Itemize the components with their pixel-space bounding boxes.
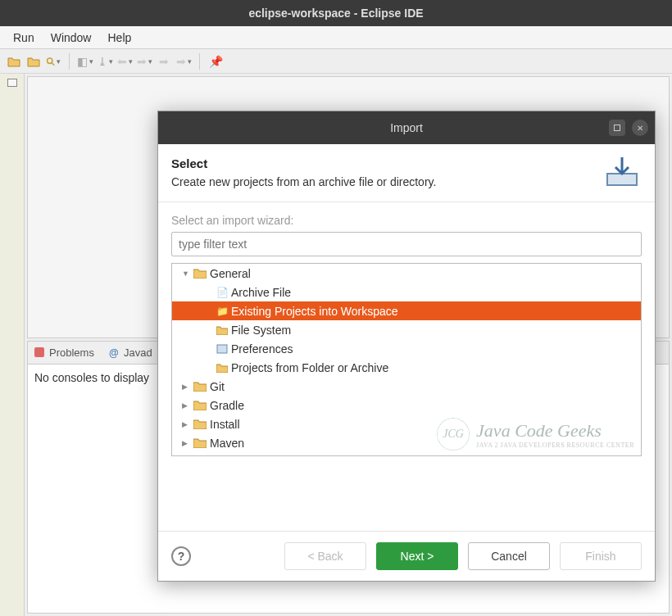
tree-label-general: General xyxy=(210,267,251,280)
toolbar-divider xyxy=(69,53,70,70)
tree-node-general[interactable]: ▼ General xyxy=(172,264,641,283)
javadoc-icon: @ xyxy=(109,347,120,359)
nav-icon[interactable]: ⤓ xyxy=(98,54,112,69)
tree-label-projectsfolder: Projects from Folder or Archive xyxy=(231,361,388,374)
dialog-close-button[interactable]: ✕ xyxy=(632,120,648,136)
problems-icon xyxy=(34,347,46,359)
tree-node-maven[interactable]: ▶ Maven xyxy=(172,433,641,452)
chevron-right-icon: ▶ xyxy=(182,439,190,447)
tree-label-archive: Archive File xyxy=(231,286,291,299)
folder-icon xyxy=(193,381,207,392)
tab-javadoc[interactable]: @ Javad xyxy=(106,345,156,360)
svg-point-0 xyxy=(48,58,52,63)
tree-node-projects-folder[interactable]: Projects from Folder or Archive xyxy=(172,358,641,377)
chevron-right-icon: ▶ xyxy=(182,420,190,428)
back-button[interactable]: < Back xyxy=(284,542,366,570)
archive-file-icon: 📄 xyxy=(216,287,228,298)
window-titlebar: eclipse-workspace - Eclipse IDE xyxy=(0,0,672,26)
open-folder-icon[interactable] xyxy=(7,54,21,69)
menu-window[interactable]: Window xyxy=(43,28,100,48)
chevron-right-icon: ▶ xyxy=(182,401,190,410)
file-system-icon xyxy=(216,324,228,336)
tree-label-existing: Existing Projects into Workspace xyxy=(231,305,398,318)
filter-input[interactable] xyxy=(171,232,642,256)
tab-javadoc-label: Javad xyxy=(124,346,152,359)
pin-icon[interactable]: 📌 xyxy=(208,54,223,69)
tree-node-gradle[interactable]: ▶ Gradle xyxy=(172,396,641,414)
tree-label-git: Git xyxy=(210,380,225,393)
tree-label-filesystem: File System xyxy=(231,324,291,337)
tree-node-existing-projects[interactable]: 📁 Existing Projects into Workspace xyxy=(172,301,641,320)
console-text: No consoles to display xyxy=(34,371,149,384)
chevron-down-icon: ▼ xyxy=(182,270,190,278)
svg-rect-3 xyxy=(217,345,227,353)
nav-back-icon[interactable]: ⬅ xyxy=(117,54,132,69)
help-button[interactable]: ? xyxy=(171,546,191,566)
tree-node-preferences[interactable]: Preferences xyxy=(172,339,641,358)
folder-icon xyxy=(193,268,207,279)
nav-forward2-icon[interactable]: ➡ xyxy=(157,54,171,69)
toolbar-divider-2 xyxy=(199,53,200,70)
dialog-titlebar: Import ✕ xyxy=(158,111,655,144)
import-dialog: Import ✕ Select Create new projects from… xyxy=(157,111,656,582)
folder-icon xyxy=(193,437,207,448)
tab-problems-label: Problems xyxy=(49,346,94,359)
tab-problems[interactable]: Problems xyxy=(31,345,98,360)
toggle-icon[interactable]: ◧ xyxy=(78,54,93,69)
dialog-maximize-button[interactable] xyxy=(609,120,625,136)
tree-label-gradle: Gradle xyxy=(210,399,244,412)
nav-forward-icon[interactable]: ➡ xyxy=(137,54,152,69)
chevron-right-icon: ▶ xyxy=(182,383,190,391)
menubar: Run Window Help xyxy=(0,26,672,49)
import-wizard-tree[interactable]: ▼ General 📄 Archive File 📁 Existing Proj… xyxy=(171,263,642,456)
menu-help[interactable]: Help xyxy=(99,28,139,48)
toolbar: ◧ ⤓ ⬅ ➡ ➡ ➡ 📌 xyxy=(0,49,672,74)
projects-folder-icon xyxy=(216,362,228,374)
tree-node-file-system[interactable]: File System xyxy=(172,320,641,339)
search-dropdown-icon[interactable] xyxy=(46,54,61,69)
existing-projects-icon: 📁 xyxy=(216,306,228,317)
dialog-footer: ? < Back Next > Cancel Finish xyxy=(158,532,655,581)
preferences-icon xyxy=(216,343,228,355)
cancel-button[interactable]: Cancel xyxy=(468,542,550,570)
tree-node-archive-file[interactable]: 📄 Archive File xyxy=(172,283,641,301)
save-icon[interactable] xyxy=(26,54,41,69)
dialog-title: Import xyxy=(390,121,423,134)
tree-node-install[interactable]: ▶ Install xyxy=(172,414,641,433)
left-strip xyxy=(0,74,25,616)
next-button[interactable]: Next > xyxy=(376,542,458,570)
tree-label-preferences: Preferences xyxy=(231,342,293,356)
tree-node-git[interactable]: ▶ Git xyxy=(172,377,641,396)
folder-icon xyxy=(193,400,207,410)
svg-line-1 xyxy=(52,62,54,65)
import-wizard-icon xyxy=(602,152,642,192)
dialog-header: Select Create new projects from an archi… xyxy=(158,144,655,202)
window-title: eclipse-workspace - Eclipse IDE xyxy=(248,7,423,20)
nav-forward3-icon[interactable]: ➡ xyxy=(176,54,191,69)
menu-run[interactable]: Run xyxy=(5,28,43,48)
folder-icon xyxy=(193,419,207,429)
dialog-body: Select an import wizard: ▼ General 📄 Arc… xyxy=(158,202,655,531)
finish-button[interactable]: Finish xyxy=(560,542,642,570)
wizard-label: Select an import wizard: xyxy=(171,214,642,227)
dialog-header-title: Select xyxy=(171,156,436,170)
tree-label-install: Install xyxy=(210,418,240,431)
minimize-view-icon[interactable] xyxy=(7,79,17,87)
dialog-header-desc: Create new projects from an archive file… xyxy=(171,175,436,188)
tree-label-maven: Maven xyxy=(210,437,244,450)
